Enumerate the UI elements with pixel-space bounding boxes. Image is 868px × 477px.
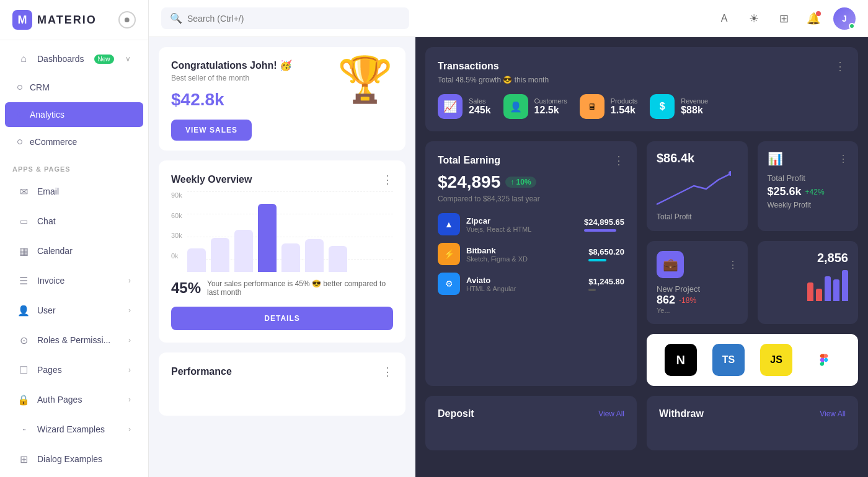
dialog-icon: ⊞ bbox=[17, 453, 30, 465]
bar-7 bbox=[329, 246, 347, 272]
circle-icon bbox=[17, 139, 22, 144]
weekly-header: Weekly Overview ⋮ bbox=[171, 173, 393, 186]
sidebar-item-invoice[interactable]: ☰ Invoice › bbox=[5, 267, 143, 294]
aviato-bar bbox=[588, 289, 596, 291]
search-input[interactable] bbox=[187, 14, 401, 24]
deposit-view-all[interactable]: View All bbox=[598, 409, 624, 418]
sidebar-item-label: User bbox=[37, 305, 56, 315]
sidebar-item-auth[interactable]: 🔒 Auth Pages › bbox=[5, 386, 143, 413]
perf-more-icon[interactable]: ⋮ bbox=[382, 365, 393, 379]
tech-logos-card: N TS JS bbox=[647, 334, 858, 386]
stat-products: 🖥 Products 1.54k bbox=[580, 94, 637, 119]
details-button[interactable]: DETAILS bbox=[171, 307, 393, 330]
earning-item-aviato: ⚙ Aviato HTML & Angular $1,245.80 bbox=[438, 273, 624, 295]
chevron-right-icon: › bbox=[128, 306, 131, 315]
new-project-card: 💼 ⋮ New Project 862 -18% Ye... bbox=[647, 241, 748, 324]
grid-icon[interactable]: ⊞ bbox=[774, 9, 794, 28]
user-icon: 👤 bbox=[17, 304, 30, 317]
withdraw-view-all[interactable]: View All bbox=[820, 409, 846, 418]
total-profit-chart-card: $86.4k Total Profit bbox=[647, 141, 748, 231]
more-icon[interactable]: ⋮ bbox=[382, 173, 393, 186]
sidebar-item-chat[interactable]: ▭ Chat bbox=[5, 208, 143, 235]
sidebar-item-pages[interactable]: ☐ Pages › bbox=[5, 356, 143, 383]
congrats-card: Congratulations John! 🥳 Best seller of t… bbox=[159, 47, 405, 151]
total-earning-card: Total Earning ⋮ $24,895 ↑ 10% Compared t… bbox=[425, 141, 637, 386]
stat-revenue: $ Revenue $88k bbox=[650, 94, 708, 119]
lock-icon: 🔒 bbox=[17, 393, 30, 406]
profit-chart-svg bbox=[657, 170, 731, 208]
sidebar-item-label: Dialog Examples bbox=[37, 454, 102, 464]
circle-icon bbox=[17, 85, 22, 90]
weekly-description: Your sales performance is 45% 😎 better c… bbox=[207, 279, 393, 297]
header-icons: A ☀ ⊞ 🔔 J bbox=[714, 7, 856, 30]
sidebar-item-ecommerce[interactable]: eCommerce bbox=[5, 129, 143, 154]
sidebar-item-analytics[interactable]: Analytics bbox=[5, 102, 143, 127]
sidebar-item-label: CRM bbox=[30, 82, 50, 92]
zipcar-icon: ▲ bbox=[438, 213, 460, 235]
sidebar-item-wizard[interactable]: ··· Wizard Examples › bbox=[5, 416, 143, 443]
deposit-card: Deposit View All bbox=[425, 396, 637, 450]
weekly-profit-more-icon[interactable]: ⋮ bbox=[838, 153, 848, 165]
earning-title: Total Earning bbox=[438, 155, 500, 166]
performance-title: Performance bbox=[171, 366, 232, 377]
aviato-name: Aviato bbox=[466, 276, 516, 285]
email-icon: ✉ bbox=[17, 185, 30, 198]
total-profit-label: Total Profit bbox=[768, 173, 849, 183]
mini-bar-2 bbox=[816, 289, 822, 301]
logo-text: MATERIO bbox=[37, 14, 97, 27]
earning-compare: Compared to $84,325 last year bbox=[438, 195, 624, 203]
deposit-title: Deposit bbox=[438, 408, 474, 419]
performance-content bbox=[171, 379, 393, 403]
main-content: 🔍 A ☀ ⊞ 🔔 J Congratulations John! bbox=[149, 0, 868, 477]
bitbank-amount: $8,650.20 bbox=[588, 247, 624, 261]
header: 🔍 A ☀ ⊞ 🔔 J bbox=[149, 0, 868, 37]
sidebar-item-roles[interactable]: ⊙ Roles & Permissi... › bbox=[5, 326, 143, 354]
mini-bar-5 bbox=[842, 270, 848, 301]
sidebar-item-dialog[interactable]: ⊞ Dialog Examples bbox=[5, 445, 143, 473]
view-sales-button[interactable]: VIEW SALES bbox=[171, 120, 252, 141]
revenue-icon: $ bbox=[650, 94, 675, 119]
notification-icon[interactable]: 🔔 bbox=[804, 9, 823, 28]
weekly-card: Weekly Overview ⋮ 90k 60k 30k 0k bbox=[159, 160, 405, 343]
apps-pages-label: APPS & PAGES bbox=[0, 155, 148, 177]
bar-1 bbox=[187, 248, 206, 273]
sidebar-item-dashboards[interactable]: ⌂ Dashboards New ∨ bbox=[5, 45, 143, 72]
sidebar-item-label: Roles & Permissi... bbox=[37, 335, 110, 345]
new-project-more-icon[interactable]: ⋮ bbox=[728, 259, 738, 271]
search-box[interactable]: 🔍 bbox=[161, 7, 409, 29]
pages-icon: ☐ bbox=[17, 364, 30, 376]
left-panel: Congratulations John! 🥳 Best seller of t… bbox=[149, 37, 415, 477]
mini-bar-4 bbox=[833, 279, 839, 301]
javascript-logo: JS bbox=[760, 344, 792, 376]
sidebar-item-calendar[interactable]: ▦ Calendar bbox=[5, 237, 143, 265]
transactions-more-icon[interactable]: ⋮ bbox=[835, 59, 846, 73]
earning-more-icon[interactable]: ⋮ bbox=[613, 154, 624, 167]
zipcar-sub: Vuejs, React & HTML bbox=[466, 225, 531, 233]
weekly-stats: 45% Your sales performance is 45% 😎 bett… bbox=[171, 279, 393, 297]
top-row: Congratulations John! 🥳 Best seller of t… bbox=[159, 47, 405, 151]
sidebar-item-label: Invoice bbox=[37, 276, 64, 286]
weekly-title: Weekly Overview bbox=[171, 174, 252, 185]
record-icon[interactable]: ⏺ bbox=[118, 11, 136, 28]
theme-icon[interactable]: ☀ bbox=[744, 9, 764, 28]
sidebar-item-email[interactable]: ✉ Email bbox=[5, 178, 143, 205]
perf-header: Performance ⋮ bbox=[171, 365, 393, 379]
search-icon: 🔍 bbox=[170, 12, 182, 24]
deposit-content bbox=[438, 419, 624, 438]
sales-value: 245k bbox=[469, 105, 491, 116]
zipcar-amount: $24,895.65 bbox=[584, 217, 624, 232]
withdraw-card: Withdraw View All bbox=[647, 396, 858, 450]
new-project-title: New Project bbox=[657, 284, 738, 294]
wizard-icon: ··· bbox=[17, 423, 30, 435]
mini-bar-3 bbox=[825, 276, 831, 301]
right-panel: Transactions ⋮ Total 48.5% growth 😎 this… bbox=[415, 37, 868, 477]
sales-label: Sales bbox=[469, 97, 491, 105]
sidebar-item-user[interactable]: 👤 User › bbox=[5, 297, 143, 324]
chevron-right-icon: › bbox=[128, 365, 131, 374]
y-label-30k: 30k bbox=[171, 232, 182, 239]
sidebar-item-crm[interactable]: CRM bbox=[5, 75, 143, 100]
chevron-down-icon: ∨ bbox=[125, 55, 131, 63]
translate-icon[interactable]: A bbox=[714, 9, 734, 28]
avatar[interactable]: J bbox=[833, 7, 856, 30]
customers-icon: 👤 bbox=[503, 94, 528, 119]
